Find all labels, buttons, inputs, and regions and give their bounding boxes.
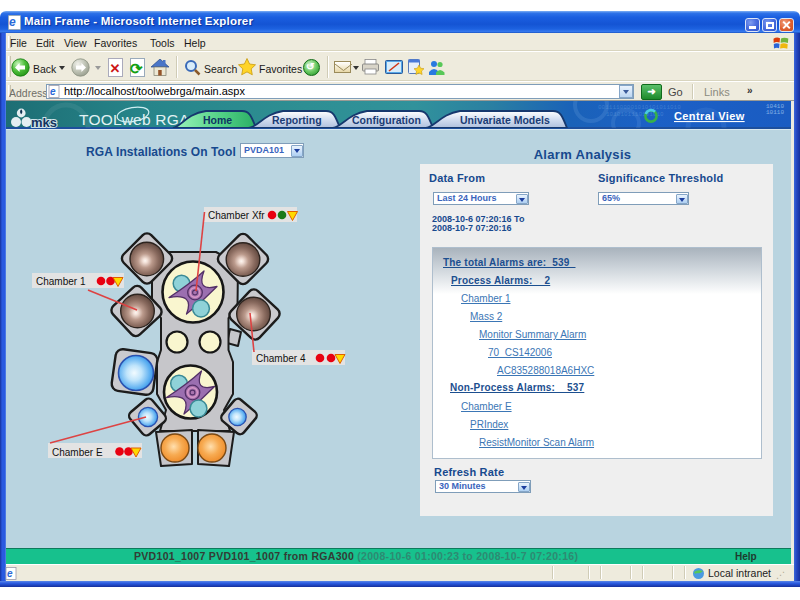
- svg-text:00111100001010101011010: 00111100001010101011010: [598, 104, 681, 111]
- svg-text:Configuration: Configuration: [352, 114, 421, 126]
- svg-text:Univariate Models: Univariate Models: [460, 114, 550, 126]
- svg-text:Reporting: Reporting: [272, 114, 322, 126]
- svg-text:Home: Home: [203, 114, 232, 126]
- svg-text:e: e: [7, 568, 13, 579]
- svg-text:Central View: Central View: [674, 110, 745, 122]
- svg-text:Chamber E: Chamber E: [52, 447, 103, 458]
- svg-text:10110: 10110: [766, 109, 784, 116]
- svg-text:Chamber 4: Chamber 4: [256, 353, 306, 364]
- svg-text:mks: mks: [31, 115, 57, 128]
- svg-text:Chamber 1: Chamber 1: [36, 276, 86, 287]
- svg-text:e: e: [50, 86, 56, 97]
- svg-text:TOOLweb RGA: TOOLweb RGA: [79, 111, 190, 128]
- svg-text:Chamber Xfr: Chamber Xfr: [208, 210, 265, 221]
